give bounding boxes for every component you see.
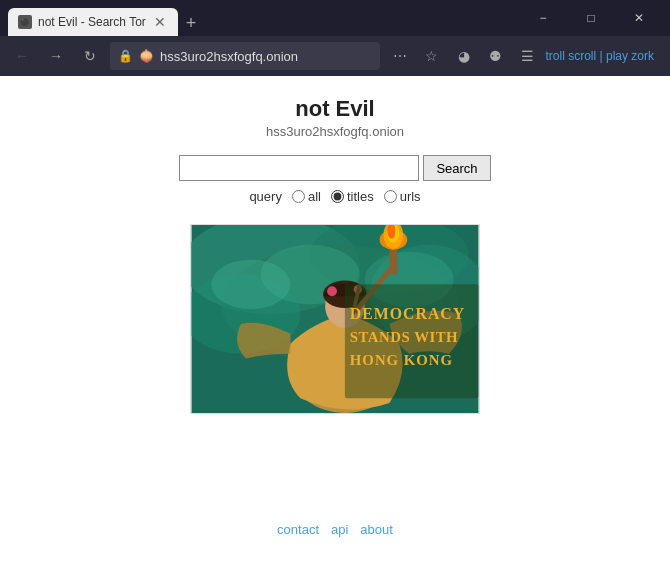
active-tab[interactable]: ⚫ not Evil - Search Tor ✕ — [8, 8, 178, 36]
menu-button[interactable]: ☰ — [514, 42, 542, 70]
address-bar[interactable]: 🔒 🧅 hss3uro2hsxfogfq.onion — [110, 42, 380, 70]
search-input[interactable] — [179, 155, 419, 181]
filter-row: query all titles urls — [249, 189, 420, 204]
about-link[interactable]: about — [360, 522, 393, 537]
close-button[interactable]: ✕ — [616, 4, 662, 32]
reload-button[interactable]: ↻ — [76, 42, 104, 70]
new-tab-button[interactable]: + — [178, 13, 205, 34]
forward-button[interactable]: → — [42, 42, 70, 70]
poster-image: DEMOCRACY STANDS WITH HONG KONG — [190, 224, 480, 414]
lock-icon: 🔒 — [118, 49, 133, 63]
reader-mode-button[interactable]: ◕ — [450, 42, 478, 70]
svg-text:HONG KONG: HONG KONG — [350, 352, 453, 368]
tab-label: not Evil - Search Tor — [38, 15, 146, 29]
tab-close-button[interactable]: ✕ — [152, 14, 168, 30]
search-row: Search — [179, 155, 490, 181]
footer: contact api about — [261, 506, 409, 553]
address-text: hss3uro2hsxfogfq.onion — [160, 49, 372, 64]
browser-window: ⚫ not Evil - Search Tor ✕ + − □ ✕ ← → ↻ … — [0, 0, 670, 573]
troll-scroll-link[interactable]: troll scroll — [546, 49, 597, 63]
site-title: not Evil — [295, 96, 374, 122]
maximize-button[interactable]: □ — [568, 4, 614, 32]
filter-titles-option[interactable]: titles — [331, 189, 374, 204]
filter-query-label: query — [249, 189, 282, 204]
minimize-button[interactable]: − — [520, 4, 566, 32]
filter-urls-option[interactable]: urls — [384, 189, 421, 204]
toolbar-right: ⋯ ☆ ◕ ⚉ ☰ troll scroll | play zork — [386, 42, 663, 70]
svg-point-12 — [327, 286, 337, 296]
filter-all-option[interactable]: all — [292, 189, 321, 204]
filter-urls-radio[interactable] — [384, 190, 397, 203]
bookmark-button[interactable]: ☆ — [418, 42, 446, 70]
onion-icon: 🧅 — [139, 49, 154, 63]
page-content: not Evil hss3uro2hsxfogfq.onion Search q… — [0, 76, 670, 573]
toolbar: ← → ↻ 🔒 🧅 hss3uro2hsxfogfq.onion ⋯ ☆ ◕ ⚉… — [0, 36, 670, 76]
troll-links: troll scroll | play zork — [546, 49, 655, 63]
svg-text:DEMOCRACY: DEMOCRACY — [350, 305, 465, 322]
site-subtitle: hss3uro2hsxfogfq.onion — [266, 124, 404, 139]
tab-favicon: ⚫ — [18, 15, 32, 29]
filter-titles-radio[interactable] — [331, 190, 344, 203]
contact-link[interactable]: contact — [277, 522, 319, 537]
more-button[interactable]: ⋯ — [386, 42, 414, 70]
svg-point-7 — [211, 260, 290, 309]
window-controls: − □ ✕ — [520, 4, 662, 32]
filter-all-radio[interactable] — [292, 190, 305, 203]
search-button[interactable]: Search — [423, 155, 490, 181]
back-button[interactable]: ← — [8, 42, 36, 70]
title-bar: ⚫ not Evil - Search Tor ✕ + − □ ✕ — [0, 0, 670, 36]
tab-area: ⚫ not Evil - Search Tor ✕ + — [8, 0, 516, 36]
person-button[interactable]: ⚉ — [482, 42, 510, 70]
play-zork-link[interactable]: play zork — [606, 49, 654, 63]
api-link[interactable]: api — [331, 522, 348, 537]
svg-text:STANDS WITH: STANDS WITH — [350, 329, 458, 345]
